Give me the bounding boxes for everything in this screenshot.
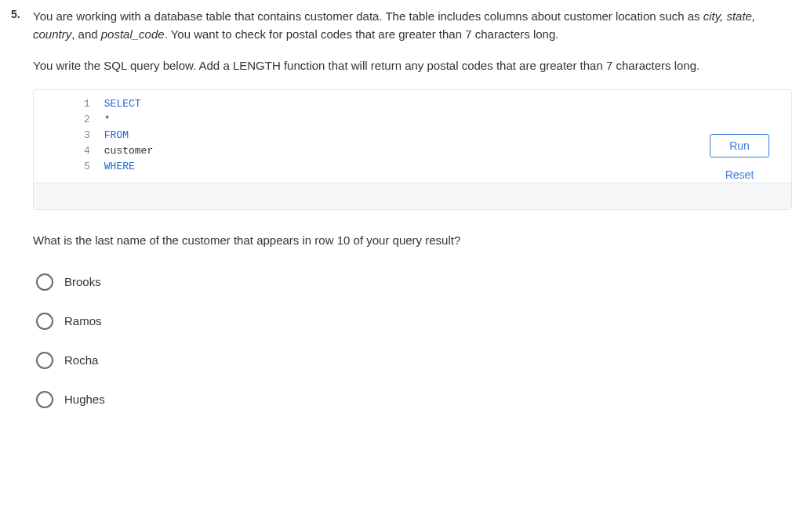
- radio-icon: [36, 352, 53, 369]
- prompt-p1-mid: , and: [71, 27, 101, 41]
- option-label: Rocha: [64, 353, 98, 367]
- option-hughes[interactable]: Hughes: [36, 391, 792, 408]
- prompt-italic-2: postal_code: [101, 27, 165, 41]
- option-rocha[interactable]: Rocha: [36, 352, 792, 369]
- line-number: 3: [84, 128, 90, 143]
- option-brooks[interactable]: Brooks: [36, 273, 792, 291]
- reset-link[interactable]: Reset: [725, 168, 754, 181]
- option-label: Brooks: [64, 275, 101, 288]
- code-lines: SELECT * FROM customer WHERE: [104, 96, 697, 175]
- question-number: 5.: [11, 8, 33, 20]
- code-keyword: SELECT: [104, 98, 141, 110]
- radio-icon: [36, 391, 53, 408]
- prompt-p1-pre: You are working with a database table th…: [33, 9, 703, 23]
- code-keyword: WHERE: [104, 161, 135, 172]
- option-label: Hughes: [64, 393, 105, 406]
- sub-question: What is the last name of the customer th…: [33, 233, 792, 247]
- prompt-paragraph-1: You are working with a database table th…: [33, 8, 792, 43]
- prompt-p1-post: . You want to check for postal codes tha…: [165, 27, 559, 41]
- editor-controls: Run Reset: [697, 90, 791, 183]
- sql-editor-card: 1 2 3 4 5 SELECT * FROM customer WHERE: [33, 89, 792, 210]
- code-keyword: FROM: [104, 129, 129, 141]
- prompt-paragraph-2: You write the SQL query below. Add a LEN…: [33, 57, 792, 75]
- code-text: *: [104, 114, 111, 125]
- output-panel: [34, 183, 791, 209]
- run-button[interactable]: Run: [710, 134, 769, 157]
- line-number: 4: [84, 143, 90, 159]
- sql-editor[interactable]: 1 2 3 4 5 SELECT * FROM customer WHERE: [34, 90, 697, 183]
- line-number: 1: [84, 96, 90, 112]
- option-label: Ramos: [64, 314, 102, 328]
- radio-icon: [36, 273, 53, 291]
- line-gutter: 1 2 3 4 5: [34, 96, 104, 175]
- radio-icon: [36, 313, 53, 330]
- line-number: 5: [84, 159, 90, 175]
- line-number: 2: [84, 112, 90, 128]
- code-text: customer: [104, 145, 153, 157]
- option-ramos[interactable]: Ramos: [36, 313, 792, 330]
- answer-options: Brooks Ramos Rocha Hughes: [33, 273, 792, 408]
